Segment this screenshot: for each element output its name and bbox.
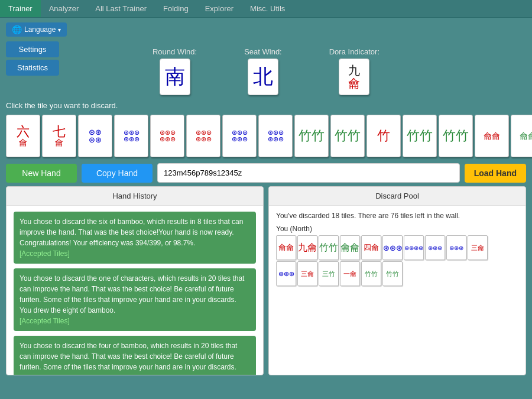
- dora-tile: 九 龠: [339, 59, 369, 95]
- dtile-12: 三龠: [297, 261, 317, 286]
- tile-3[interactable]: ⊛⊛⊛⊛: [78, 115, 112, 157]
- dtile-1: 龠龠: [276, 235, 296, 260]
- tab-misc-utils[interactable]: Misc. Utils: [242, 0, 293, 17]
- hand-history-panel: Hand History You chose to discard the si…: [6, 186, 264, 375]
- history-text-2: You chose to discard the one of characte…: [20, 274, 244, 314]
- dtile-4: 龠龠: [340, 235, 360, 260]
- round-wind-group: Round Wind: 南: [153, 47, 197, 95]
- history-text-3: You chose to discard the four of bamboo,…: [20, 342, 237, 375]
- tile-14[interactable]: 龠龠: [475, 115, 509, 157]
- load-hand-button[interactable]: Load Hand: [465, 164, 526, 183]
- round-wind-label: Round Wind:: [153, 47, 197, 56]
- language-button[interactable]: Language: [6, 22, 67, 37]
- seat-wind-char: 北: [253, 63, 273, 90]
- discard-pool-panel: Discard Pool You've discarded 18 tiles. …: [268, 186, 526, 375]
- top-nav: Trainer Analyzer All Last Trainer Foldin…: [0, 0, 532, 18]
- tile-12[interactable]: 竹竹: [403, 115, 437, 157]
- dtile-14: 一龠: [340, 261, 360, 286]
- statistics-button[interactable]: Statistics: [6, 60, 59, 76]
- discard-player: You (North): [276, 225, 518, 233]
- discard-info: You've discarded 18 tiles. There are 76 …: [276, 212, 518, 220]
- dora-label: Dora Indicator:: [329, 47, 379, 56]
- seat-wind-tile: 北: [248, 59, 278, 95]
- copy-hand-button[interactable]: Copy Hand: [82, 164, 153, 183]
- instruction-text: Click the tile you want to discard.: [0, 99, 532, 112]
- tab-analyzer[interactable]: Analyzer: [41, 0, 87, 17]
- hand-history-body: You chose to discard the six of bamboo, …: [7, 206, 263, 375]
- tile-1[interactable]: 六 龠: [6, 115, 40, 157]
- tile-15[interactable]: 龠龠: [511, 115, 532, 157]
- dtile-15: 竹竹: [361, 261, 381, 286]
- history-item-1: You chose to discard the six of bamboo, …: [14, 212, 256, 264]
- dtile-5: 四龠: [361, 235, 381, 260]
- dtile-7: ⊛⊛⊛⊛: [404, 235, 424, 260]
- seat-wind-label: Seat Wind:: [244, 47, 282, 56]
- tiles-row: 六 龠 七 龠 ⊛⊛⊛⊛ ⊛⊛⊛⊛⊛⊛ ⊛⊛⊛⊛⊛⊛ ⊛⊛⊛⊛⊛⊛ ⊛⊛⊛⊛⊛⊛: [0, 112, 532, 160]
- chevron-down-icon: [58, 25, 61, 34]
- tile-7[interactable]: ⊛⊛⊛⊛⊛⊛: [222, 115, 257, 157]
- history-text-1: You chose to discard the six of bamboo, …: [20, 218, 243, 247]
- tab-trainer[interactable]: Trainer: [0, 0, 41, 17]
- discard-tiles-row2: ⊛⊛⊛ 三龠 三竹 一龠 竹竹 竹竹: [276, 261, 518, 286]
- new-hand-button[interactable]: New Hand: [6, 164, 77, 183]
- tile-4[interactable]: ⊛⊛⊛⊛⊛⊛: [114, 115, 148, 157]
- tab-folding[interactable]: Folding: [155, 0, 197, 17]
- tile-5[interactable]: ⊛⊛⊛⊛⊛⊛: [150, 115, 184, 157]
- globe-icon: [12, 25, 22, 34]
- accepted-tiles-link-1[interactable]: [Accepted Tiles]: [20, 249, 70, 258]
- dora-bottom: 龠: [348, 77, 360, 90]
- dtile-9: ⊛⊛⊛: [446, 235, 466, 260]
- tab-explorer[interactable]: Explorer: [197, 0, 242, 17]
- tile-11[interactable]: 竹: [366, 115, 401, 157]
- lang-row: Language: [0, 18, 532, 41]
- dtile-3: 竹竹: [319, 235, 339, 260]
- dtile-2: 九龠: [297, 235, 317, 260]
- language-label: Language: [24, 25, 56, 34]
- discard-pool-header: Discard Pool: [269, 187, 525, 206]
- round-wind-tile: 南: [160, 59, 190, 95]
- tile-9[interactable]: 竹竹: [294, 115, 329, 157]
- dtile-8: ⊛⊛⊛: [425, 235, 445, 260]
- hand-history-header: Hand History: [7, 187, 263, 206]
- settings-button[interactable]: Settings: [6, 41, 59, 57]
- dtile-16: 竹竹: [382, 261, 403, 286]
- seat-wind-group: Seat Wind: 北: [244, 47, 282, 95]
- bottom-panels: Hand History You chose to discard the si…: [0, 186, 532, 375]
- dtile-10: 三龠: [468, 235, 488, 260]
- tile-13[interactable]: 竹竹: [439, 115, 473, 157]
- round-wind-char: 南: [165, 63, 185, 90]
- tile-8[interactable]: ⊛⊛⊛⊛⊛⊛: [258, 115, 293, 157]
- accepted-tiles-link-2[interactable]: [Accepted Tiles]: [20, 317, 70, 325]
- history-item-3: You chose to discard the four of bamboo,…: [14, 336, 256, 375]
- dora-top: 九: [348, 64, 360, 77]
- action-row: New Hand Copy Hand Load Hand: [0, 160, 532, 186]
- tile-10[interactable]: 竹竹: [330, 115, 365, 157]
- tab-all-last-trainer[interactable]: All Last Trainer: [87, 0, 155, 17]
- tile-6[interactable]: ⊛⊛⊛⊛⊛⊛: [186, 115, 220, 157]
- dtile-6: ⊛⊛⊛: [382, 235, 403, 260]
- sidebar-buttons: Settings Statistics: [6, 41, 59, 76]
- history-item-2: You chose to discard the one of characte…: [14, 268, 256, 331]
- tile-2[interactable]: 七 龠: [42, 115, 76, 157]
- discard-tiles-row1: 龠龠 九龠 竹竹 龠龠 四龠 ⊛⊛⊛ ⊛⊛⊛⊛ ⊛⊛⊛ ⊛⊛⊛ 三龠: [276, 235, 518, 260]
- wind-area: Round Wind: 南 Seat Wind: 北 Dora Indicato…: [0, 41, 532, 99]
- dtile-13: 三竹: [319, 261, 339, 286]
- dtile-11: ⊛⊛⊛: [276, 261, 296, 286]
- discard-pool-body: You've discarded 18 tiles. There are 76 …: [269, 206, 525, 375]
- hand-input[interactable]: [157, 163, 460, 183]
- dora-group: Dora Indicator: 九 龠: [329, 47, 379, 95]
